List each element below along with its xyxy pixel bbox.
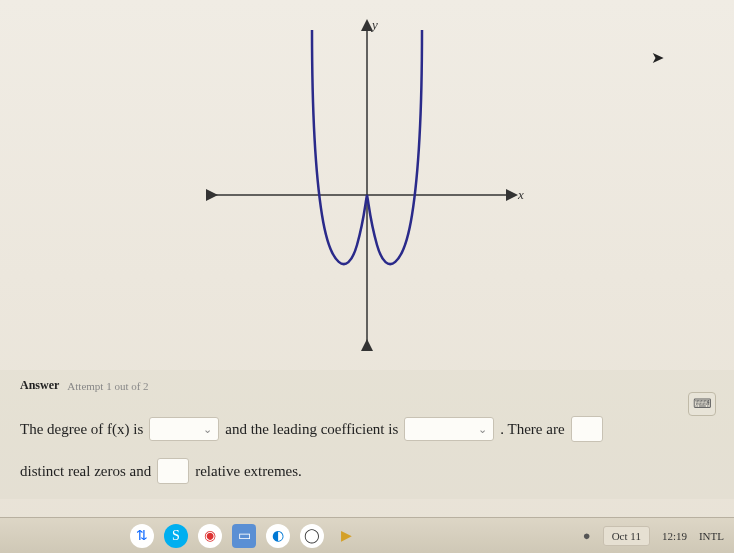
app-icon-3[interactable]: ◉ [198, 524, 222, 548]
sentence-text-2: and the leading coefficient is [225, 411, 398, 447]
answer-section: Answer Attempt 1 out of 2 The degree of … [0, 370, 734, 499]
y-axis-label: y [370, 17, 378, 32]
x-axis-label: x [517, 187, 524, 202]
taskbar-apps: ⇅ S ◉ ▭ ◐ ◯ ▶ [130, 524, 358, 548]
sentence-text-3: . There are [500, 411, 564, 447]
zeros-input[interactable] [571, 416, 603, 442]
polynomial-graph: x y [202, 15, 532, 355]
graph-area: x y [0, 0, 734, 370]
chevron-down-icon: ⌄ [478, 416, 487, 442]
sentence-text-5: relative extremes. [195, 453, 302, 489]
play-icon[interactable]: ▶ [334, 524, 358, 548]
dropbox-icon[interactable]: ⇅ [130, 524, 154, 548]
taskbar-timezone: INTL [699, 530, 724, 542]
answer-label: Answer [20, 378, 59, 393]
leading-coefficient-dropdown[interactable]: ⌄ [404, 417, 494, 441]
answer-sentence: The degree of f(x) is ⌄ and the leading … [20, 411, 714, 489]
taskbar-status: ● Oct 11 12:19 INTL [583, 526, 724, 546]
attempt-counter: Attempt 1 out of 2 [67, 380, 148, 392]
taskbar-time[interactable]: 12:19 [662, 530, 687, 542]
keyboard-icon: ⌨ [693, 396, 712, 412]
edge-icon[interactable]: ◐ [266, 524, 290, 548]
extremes-input[interactable] [157, 458, 189, 484]
sentence-text-4: distinct real zeros and [20, 453, 151, 489]
chevron-down-icon: ⌄ [203, 416, 212, 442]
notification-icon[interactable]: ● [583, 528, 591, 544]
calculator-button[interactable]: ⌨ [688, 392, 716, 416]
chrome-icon[interactable]: ◯ [300, 524, 324, 548]
taskbar-date[interactable]: Oct 11 [603, 526, 650, 546]
app-icon-4[interactable]: ▭ [232, 524, 256, 548]
taskbar: ⇅ S ◉ ▭ ◐ ◯ ▶ ● Oct 11 12:19 INTL [0, 517, 734, 553]
skype-icon[interactable]: S [164, 524, 188, 548]
degree-dropdown[interactable]: ⌄ [149, 417, 219, 441]
sentence-text-1: The degree of f(x) is [20, 411, 143, 447]
answer-header: Answer Attempt 1 out of 2 [20, 378, 714, 393]
